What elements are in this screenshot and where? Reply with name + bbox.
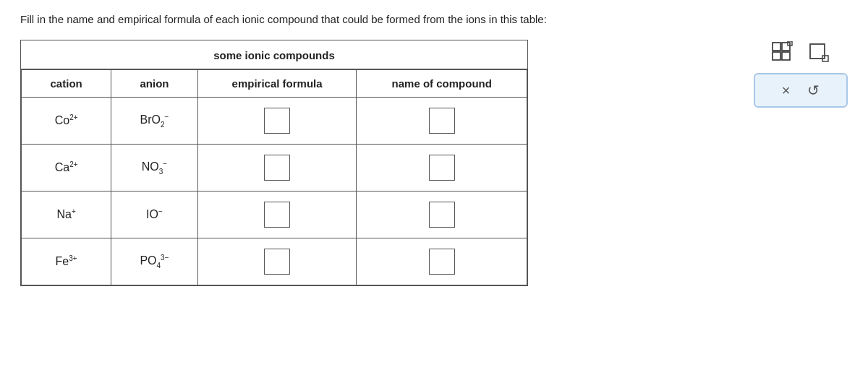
grid-icon-large: [770, 40, 794, 64]
empirical-formula-cell-3[interactable]: [197, 238, 357, 285]
col-header-cation: cation: [22, 70, 111, 98]
anion-ion-0: BrO2−: [140, 113, 169, 129]
instruction-text: Fill in the name and empirical formula o…: [20, 13, 547, 25]
table-container: some ionic compounds cation anion empiri…: [20, 40, 528, 286]
widget-panel: × ↺: [754, 40, 848, 108]
cation-cell-0: Co2+: [22, 98, 111, 145]
grid-icon-small: [807, 40, 832, 64]
cation-ion-0: Co2+: [55, 113, 78, 127]
cation-ion-3: Fe3+: [56, 254, 77, 268]
cation-cell-3: Fe3+: [22, 238, 111, 285]
undo-button[interactable]: ↺: [807, 82, 820, 99]
empirical-formula-input-3[interactable]: [264, 249, 290, 275]
anion-cell-3: PO43−: [111, 238, 197, 285]
anion-cell-0: BrO2−: [111, 98, 197, 145]
cation-ion-1: Ca2+: [55, 160, 78, 174]
anion-ion-1: NO3−: [142, 160, 167, 176]
svg-rect-1: [782, 43, 790, 51]
empirical-formula-input-1[interactable]: [264, 155, 290, 181]
widget-buttons-box: × ↺: [754, 73, 848, 108]
anion-cell-2: IO−: [111, 192, 197, 238]
col-header-anion: anion: [111, 70, 197, 98]
table-row: Ca2+NO3−: [22, 145, 527, 192]
widget-icons-row: [770, 40, 832, 64]
empirical-formula-input-2[interactable]: [264, 202, 290, 228]
empirical-formula-cell-2[interactable]: [197, 192, 357, 238]
name-of-compound-cell-2[interactable]: [357, 192, 527, 238]
name-of-compound-cell-0[interactable]: [357, 98, 527, 145]
table-row: Na+IO−: [22, 192, 527, 238]
col-header-name-of-compound: name of compound: [357, 70, 527, 98]
col-header-empirical-formula: empirical formula: [197, 70, 357, 98]
empirical-formula-cell-0[interactable]: [197, 98, 357, 145]
cation-ion-2: Na+: [56, 207, 75, 221]
name-of-compound-cell-1[interactable]: [357, 145, 527, 192]
anion-ion-2: IO−: [146, 207, 163, 221]
table-row: Fe3+PO43−: [22, 238, 527, 285]
table-caption: some ionic compounds: [21, 40, 527, 69]
svg-rect-2: [773, 52, 780, 60]
name-of-compound-input-1[interactable]: [429, 155, 455, 181]
empirical-formula-cell-1[interactable]: [197, 145, 357, 192]
svg-rect-3: [782, 52, 790, 60]
name-of-compound-input-0[interactable]: [429, 108, 455, 134]
name-of-compound-input-2[interactable]: [429, 202, 455, 228]
anion-cell-1: NO3−: [111, 145, 197, 192]
anion-ion-3: PO43−: [140, 254, 169, 270]
cation-cell-1: Ca2+: [22, 145, 111, 192]
table-row: Co2+BrO2−: [22, 98, 527, 145]
clear-button[interactable]: ×: [782, 82, 791, 99]
cation-cell-2: Na+: [22, 192, 111, 238]
name-of-compound-cell-3[interactable]: [357, 238, 527, 285]
svg-rect-0: [773, 43, 780, 51]
name-of-compound-input-3[interactable]: [429, 249, 455, 275]
ionic-compounds-table: some ionic compounds cation anion empiri…: [21, 40, 527, 285]
empirical-formula-input-0[interactable]: [264, 108, 290, 134]
